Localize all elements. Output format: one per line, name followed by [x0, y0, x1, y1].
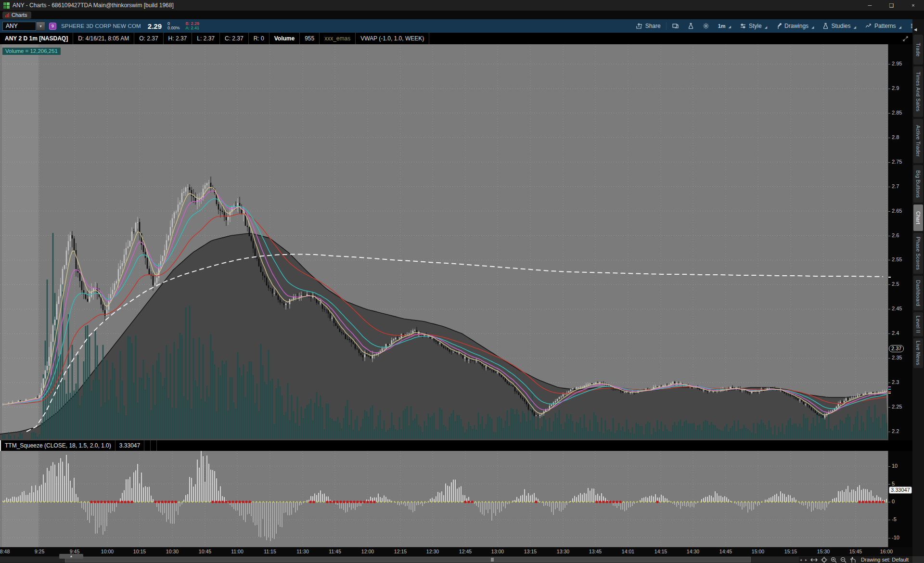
symbol-toolbar: ANY ▾ 9 SPHERE 3D CORP NEW COM 2.29 0 0.… — [0, 19, 924, 33]
symbol-combo[interactable]: ANY ▾ — [2, 22, 45, 31]
menu-row: Charts — [0, 11, 924, 19]
chart-header-cell[interactable]: VWAP (-1.0, 1.0, WEEK) — [356, 33, 429, 44]
time-axis[interactable]: 8:489:259:4510:0010:1510:3010:4511:0011:… — [0, 547, 912, 556]
symbol-note-badge[interactable]: 9 — [49, 23, 56, 30]
caret-down-icon: ◢ — [811, 26, 814, 29]
price-tick-label: 2.55 — [892, 256, 902, 262]
squeeze-title[interactable]: TTM_Squeeze (CLOSE, 18, 1.5, 2.0, 1.0) — [1, 440, 116, 451]
sidebar-tab-phase-scores[interactable]: Phase Scores — [913, 233, 923, 274]
scroll-left-icon[interactable]: ◂ — [800, 558, 802, 562]
chart-header-cell[interactable]: H: 2.37 — [164, 33, 192, 44]
company-name: SPHERE 3D CORP NEW COM — [61, 23, 141, 29]
detach-button[interactable] — [668, 22, 682, 30]
squeeze-value-bubble: 3.33047 — [889, 486, 912, 494]
time-tick-label: 14:30 — [687, 549, 699, 554]
sidebar-tab-active-trader[interactable]: Active Trader — [913, 119, 923, 163]
time-tick-label: 12:30 — [426, 549, 439, 554]
crosshair-icon[interactable] — [821, 557, 827, 563]
ask-value: A: 2.41 — [186, 26, 200, 31]
pane-splitter-grip[interactable]: ▲ — [59, 554, 83, 559]
maximize-icon[interactable]: ❑ — [881, 0, 902, 11]
horizontal-scrollbar-thumb[interactable] — [65, 557, 751, 563]
price-tick-label: 2.8 — [892, 134, 899, 140]
settings-button[interactable] — [699, 22, 713, 30]
squeeze-tick-label: 5 — [892, 481, 895, 486]
time-tick-label: 10:45 — [199, 549, 211, 554]
price-tick-label: 2.4 — [892, 330, 899, 336]
zoom-out-icon[interactable] — [840, 557, 847, 563]
thinkorswim-window: ANY - Charts - 686109427TDA Main@thinkor… — [0, 0, 924, 563]
patterns-label: Patterns — [874, 23, 896, 29]
time-tick-label: 13:00 — [491, 549, 504, 554]
chart-header-cell[interactable]: O: 2.37 — [134, 33, 163, 44]
time-tick-label: 15:30 — [817, 549, 830, 554]
sidebar-tab-times-and-sales[interactable]: Times And Sales — [913, 66, 923, 117]
chart-header-cell[interactable]: D: 4/16/21, 8:05 AM — [73, 33, 134, 44]
price-tick-label: 2.35 — [892, 355, 902, 360]
time-tick-label: 15:45 — [849, 549, 862, 554]
chart-header-cell[interactable]: R: 0 — [249, 33, 270, 44]
tab-charts[interactable]: Charts — [2, 12, 31, 19]
last-price-bubble: 2.37 — [889, 345, 904, 352]
price-tick-label: 2.85 — [892, 110, 902, 115]
time-tick-label: 15:15 — [784, 549, 797, 554]
studies-button[interactable]: Studies ◢ — [819, 22, 859, 30]
sidebar-tab-level-ii[interactable]: Level II — [913, 312, 923, 336]
hand-cursor-icon[interactable] — [850, 557, 856, 563]
price-axis[interactable]: 2.952.92.852.82.752.72.652.62.552.52.452… — [888, 44, 913, 440]
caret-down-icon: ◢ — [765, 26, 767, 29]
time-tick-label: 15:00 — [752, 549, 764, 554]
chart-header-cell[interactable]: ANY 2 D 1m [NASDAQ] — [0, 33, 73, 44]
flask-icon — [688, 23, 694, 29]
sidebar-tab-trade[interactable]: Trade — [913, 35, 923, 64]
symbol-input[interactable]: ANY — [2, 22, 36, 31]
share-button[interactable]: Share — [632, 22, 664, 30]
chart-header-cell[interactable]: 955 — [300, 33, 320, 44]
chart-bars-icon — [5, 13, 9, 17]
time-tick-label: 12:15 — [394, 549, 407, 554]
minimize-icon[interactable]: ─ — [859, 0, 881, 11]
patterns-button[interactable]: Patterns ◢ — [861, 22, 905, 30]
main-price-chart[interactable] — [0, 44, 888, 440]
squeeze-tick-label: 10 — [892, 463, 898, 469]
squeeze-axis[interactable]: 1050-5-10 — [888, 451, 913, 547]
drawing-hand-icon — [776, 23, 782, 29]
analysis-button[interactable] — [684, 22, 697, 30]
sidebar-tab-chart[interactable]: Chart — [913, 205, 923, 231]
chart-header-cell[interactable]: L: 2.37 — [192, 33, 220, 44]
sidebar-tab-big-buttons[interactable]: Big Buttons — [913, 165, 923, 203]
detach-window-icon — [672, 23, 679, 29]
window-title: ANY - Charts - 686109427TDA Main@thinkor… — [13, 2, 174, 9]
scroll-right-icon[interactable]: ▸ — [805, 558, 807, 562]
pan-icon[interactable] — [810, 557, 818, 563]
chart-header-cell[interactable]: xxx_emas — [320, 33, 356, 44]
time-tick-label: 9:25 — [35, 549, 44, 554]
price-tick-label: 2.9 — [892, 85, 899, 91]
sidebar-tab-dashboard[interactable]: Dashboard — [913, 276, 923, 310]
studies-flask-icon — [822, 23, 829, 29]
chart-header-cell[interactable]: C: 2.37 — [220, 33, 249, 44]
time-tick-label: 14:15 — [654, 549, 667, 554]
zoom-in-icon[interactable] — [831, 557, 837, 563]
timeframe-button[interactable]: 1m ◢ — [715, 22, 734, 30]
time-tick-label: 13:15 — [524, 549, 537, 554]
style-button[interactable]: Style ◢ — [736, 22, 770, 30]
price-tick-label: 2.2 — [892, 428, 899, 434]
style-label: Style — [749, 23, 762, 29]
share-icon — [636, 23, 643, 29]
close-icon[interactable]: × — [902, 0, 924, 11]
titlebar: ANY - Charts - 686109427TDA Main@thinkor… — [0, 0, 924, 11]
maximize-pane-icon[interactable] — [902, 36, 909, 42]
sidebar-collapse-icon[interactable]: ◀ — [914, 28, 919, 32]
chart-header-cell[interactable]: Volume — [270, 33, 300, 44]
time-tick-label: 11:30 — [296, 549, 309, 554]
squeeze-tick-label: 0 — [892, 499, 895, 504]
drawing-set-status[interactable]: Drawing set: Default — [861, 557, 909, 563]
ttm-squeeze-chart[interactable] — [0, 451, 888, 547]
time-tick-label: 11:45 — [329, 549, 341, 554]
drawings-label: Drawings — [784, 23, 808, 29]
drawings-button[interactable]: Drawings ◢ — [772, 22, 817, 30]
symbol-dropdown-icon[interactable]: ▾ — [36, 22, 45, 31]
sidebar-tab-live-news[interactable]: Live News — [913, 338, 923, 368]
price-tick-label: 2.75 — [892, 159, 902, 165]
